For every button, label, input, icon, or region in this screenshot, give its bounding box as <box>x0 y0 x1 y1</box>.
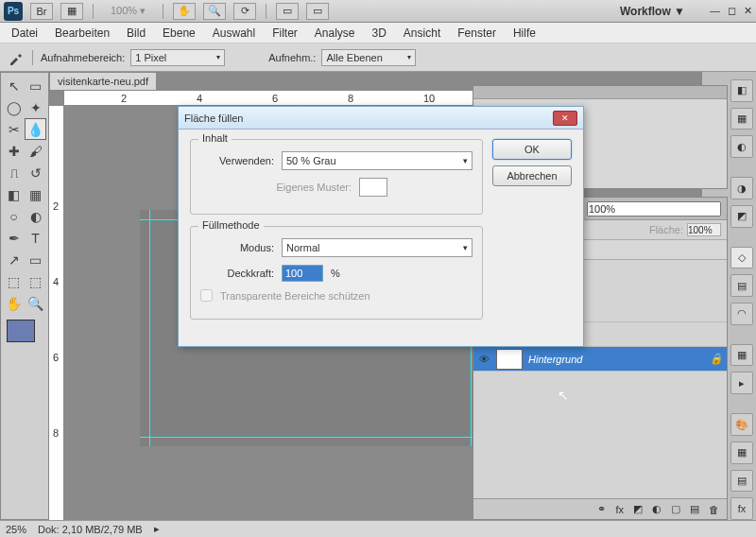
link-icon[interactable]: ⚭ <box>597 503 606 515</box>
options-bar: Aufnahmebereich: 1 Pixel Aufnehm.: Alle … <box>0 43 756 72</box>
actions-panel-icon[interactable]: ▸ <box>730 372 753 394</box>
opacity-input[interactable] <box>282 265 323 282</box>
info-panel-icon[interactable]: 🎨 <box>730 413 753 436</box>
tool-presets-panel-icon[interactable]: fx <box>730 497 753 520</box>
menu-3d[interactable]: 3D <box>372 26 387 40</box>
dodge-tool[interactable]: ◐ <box>25 205 46 227</box>
layer-row[interactable]: 👁 Hintergrund 🔒 <box>473 347 727 372</box>
ok-button[interactable]: OK <box>492 139 572 160</box>
minimize-icon[interactable]: — <box>710 5 720 17</box>
rotate-view-button[interactable]: ⟳ <box>233 3 256 20</box>
mask-icon[interactable]: ◩ <box>633 503 643 515</box>
eyedropper-tool[interactable]: 💧 <box>25 118 46 140</box>
visibility-icon[interactable]: 👁 <box>477 353 490 366</box>
swatches-panel-icon[interactable]: ▦ <box>730 108 753 130</box>
history-brush-tool[interactable]: ↺ <box>25 162 46 183</box>
sample-combo[interactable]: Alle Ebenen <box>321 49 416 66</box>
lasso-tool[interactable]: ◯ <box>3 96 25 118</box>
mini-bridge-button[interactable]: ▦ <box>60 3 83 20</box>
layers-footer: ⚭ fx ◩ ◐ ▢ ▤ 🗑 <box>473 498 727 519</box>
layers-panel-icon[interactable]: ◇ <box>730 247 753 269</box>
opacity-input[interactable] <box>587 201 721 217</box>
brush-tool[interactable]: 🖌 <box>25 140 46 162</box>
crop-tool[interactable]: ✂ <box>3 118 25 140</box>
fill-dialog: Fläche füllen ✕ Inhalt Verwenden: 50 % G… <box>178 106 584 347</box>
menu-bearbeiten[interactable]: Bearbeiten <box>55 26 110 40</box>
maximize-icon[interactable]: ◻ <box>728 5 736 17</box>
stamp-tool[interactable]: ⎍ <box>3 162 25 183</box>
layer-name: Hintergrund <box>528 354 582 365</box>
close-icon[interactable]: ✕ <box>744 5 752 17</box>
adjust-icon[interactable]: ◐ <box>652 503 662 515</box>
shape-tool[interactable]: ▭ <box>25 249 46 270</box>
use-label: Verwenden: <box>200 155 274 166</box>
zoom-level[interactable]: 100% ▾ <box>103 5 153 17</box>
menu-bar: Datei Bearbeiten Bild Ebene Auswahl Filt… <box>0 23 756 43</box>
mode-label: Modus: <box>200 242 274 253</box>
fx-icon[interactable]: fx <box>615 504 624 515</box>
menu-analyse[interactable]: Analyse <box>315 26 355 40</box>
channels-panel-icon[interactable]: ▤ <box>730 274 753 297</box>
new-layer-icon[interactable]: ▤ <box>690 503 699 515</box>
heal-tool[interactable]: ✚ <box>3 140 25 162</box>
vertical-ruler: 2 4 6 8 <box>49 106 64 520</box>
zoom-status[interactable]: 25% <box>6 524 26 535</box>
zoom-tool[interactable]: 🔍 <box>25 292 46 314</box>
foreground-swatch[interactable] <box>7 320 35 342</box>
cancel-button[interactable]: Abbrechen <box>492 165 572 186</box>
zoom-tool-button[interactable]: 🔍 <box>203 3 226 20</box>
gradient-tool[interactable]: ▦ <box>25 183 46 205</box>
lock-icon: 🔒 <box>710 353 723 365</box>
content-legend: Inhalt <box>198 132 232 144</box>
navigator-panel-icon[interactable]: ▦ <box>730 442 753 464</box>
sample-size-label: Aufnahmebereich: <box>41 52 125 63</box>
3d-tool[interactable]: ⬚ <box>3 270 25 292</box>
document-tab[interactable]: visitenkarte-neu.pdf <box>49 72 157 91</box>
hand-tool[interactable]: ✋ <box>3 292 25 314</box>
sample-size-combo[interactable]: 1 Pixel <box>130 49 225 66</box>
pattern-label: Eigenes Muster: <box>200 182 352 193</box>
menu-ansicht[interactable]: Ansicht <box>404 26 440 40</box>
brushes-panel-icon[interactable]: ▤ <box>730 470 753 493</box>
menu-fenster[interactable]: Fenster <box>457 26 496 40</box>
blur-tool[interactable]: ○ <box>3 205 25 227</box>
screen-mode-button[interactable]: ▭ <box>306 3 329 20</box>
history-panel-icon[interactable]: ▦ <box>730 344 753 367</box>
menu-auswahl[interactable]: Auswahl <box>213 26 255 40</box>
eraser-tool[interactable]: ◧ <box>3 183 25 205</box>
preserve-checkbox <box>200 289 213 302</box>
arrange-button[interactable]: ▭ <box>276 3 299 20</box>
styles-panel-icon[interactable]: ◐ <box>730 135 753 158</box>
menu-datei[interactable]: Datei <box>11 26 38 40</box>
menu-hilfe[interactable]: Hilfe <box>513 26 536 40</box>
wand-tool[interactable]: ✦ <box>25 96 46 118</box>
move-tool[interactable]: ↖ <box>3 75 25 96</box>
menu-ebene[interactable]: Ebene <box>163 26 196 40</box>
dialog-titlebar[interactable]: Fläche füllen ✕ <box>179 107 583 130</box>
marquee-tool[interactable]: ▭ <box>25 75 46 96</box>
content-fieldset: Inhalt Verwenden: 50 % Grau Eigenes Must… <box>190 139 483 215</box>
paths-panel-icon[interactable]: ◠ <box>730 303 753 325</box>
menu-filter[interactable]: Filter <box>272 26 298 40</box>
trash-icon[interactable]: 🗑 <box>709 504 719 515</box>
camera-tool[interactable]: ⬚ <box>25 270 46 292</box>
use-combo[interactable]: 50 % Grau <box>282 151 472 170</box>
type-tool[interactable]: T <box>25 227 46 249</box>
hand-tool-button[interactable]: ✋ <box>173 3 196 20</box>
preserve-label: Transparente Bereiche schützen <box>220 290 370 302</box>
adjustments-panel-icon[interactable]: ◑ <box>730 177 753 199</box>
color-panel-icon[interactable]: ◧ <box>730 79 753 102</box>
workspace-switcher[interactable]: Workflow ▼ <box>614 5 691 18</box>
dialog-close-button[interactable]: ✕ <box>553 111 577 126</box>
blending-legend: Füllmethode <box>198 219 264 231</box>
bridge-button[interactable]: Br <box>30 3 53 20</box>
status-arrow-icon[interactable]: ▸ <box>154 523 160 535</box>
fill-input[interactable] <box>687 223 721 236</box>
pen-tool[interactable]: ✒ <box>3 227 25 249</box>
masks-panel-icon[interactable]: ◩ <box>730 205 753 228</box>
path-tool[interactable]: ↗ <box>3 249 25 270</box>
title-bar: Ps Br ▦ 100% ▾ ✋ 🔍 ⟳ ▭ ▭ Workflow ▼ — ◻ … <box>0 0 756 23</box>
menu-bild[interactable]: Bild <box>127 26 146 40</box>
group-icon[interactable]: ▢ <box>671 503 680 515</box>
mode-combo[interactable]: Normal <box>282 238 472 257</box>
